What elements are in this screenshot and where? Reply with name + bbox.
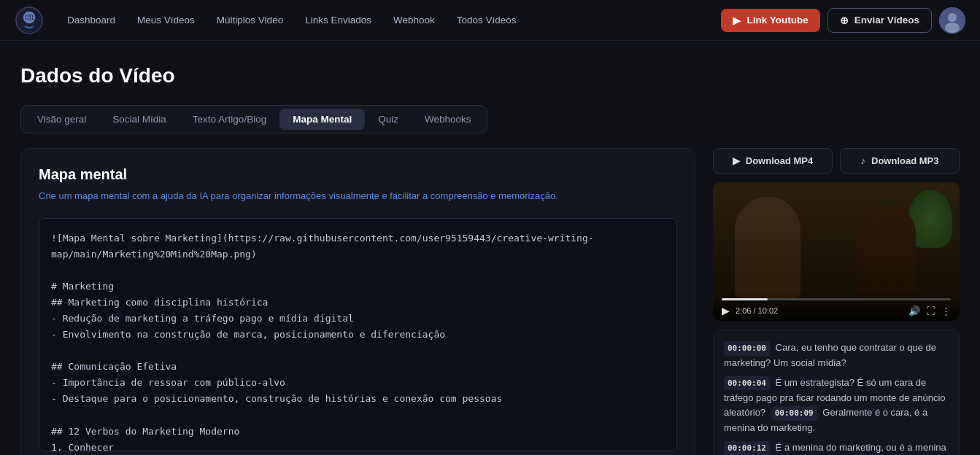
time-total: 10:02 (758, 306, 779, 315)
video-control-icons: 🔊 ⛶ ⋮ (908, 306, 951, 316)
content-area[interactable]: ![Mapa Mental sobre Marketing](https://r… (39, 218, 677, 451)
avatar-image (939, 7, 965, 34)
mp4-icon: ▶ (733, 155, 740, 166)
timestamp-1: 00:00:04 (724, 376, 770, 391)
download-mp3-label: Download MP3 (871, 155, 938, 166)
download-mp3-button[interactable]: ♪ Download MP3 (840, 148, 960, 174)
video-progress-fill (722, 298, 768, 300)
app-logo[interactable] (15, 6, 44, 35)
main-layout: Mapa mental Crie um mapa mental com a aj… (20, 148, 960, 455)
tab-mapa-mental[interactable]: Mapa Mental (279, 109, 365, 130)
nav-meus-videos[interactable]: Meus Vídeos (128, 10, 204, 30)
mp3-icon: ♪ (861, 155, 866, 166)
link-youtube-label: Link Youtube (746, 15, 808, 26)
nav-links-enviados[interactable]: Links Enviados (296, 10, 380, 30)
svg-point-6 (948, 13, 957, 22)
download-mp4-button[interactable]: ▶ Download MP4 (713, 148, 833, 174)
video-controls-row: ▶ 2:06 / 10:02 🔊 ⛶ ⋮ (722, 305, 951, 316)
panel-subtitle: Crie um mapa mental com a ajuda da IA pa… (39, 189, 677, 203)
transcript-entry-3: 00:00:12 É a menina do marketing, ou é a… (724, 440, 949, 455)
link-youtube-button[interactable]: ▶ Link Youtube (721, 9, 819, 32)
page-title: Dados do Vídeo (20, 64, 960, 88)
enviar-videos-label: Enviar Vídeos (854, 15, 919, 26)
main-nav: Dashboard Meus Vídeos Múltiplos Video Li… (0, 0, 980, 41)
nav-dashboard[interactable]: Dashboard (58, 10, 124, 30)
nav-actions: ▶ Link Youtube ⊕ Enviar Vídeos (721, 7, 965, 34)
timestamp-3: 00:00:12 (724, 441, 770, 455)
fullscreen-icon[interactable]: ⛶ (926, 306, 935, 316)
mind-map-content: ![Mapa Mental sobre Marketing](https://r… (39, 219, 676, 451)
transcript-panel[interactable]: 00:00:00 Cara, eu tenho que contratar o … (713, 330, 960, 455)
tab-social-midia[interactable]: Social Mídia (99, 109, 180, 130)
tab-quiz[interactable]: Quiz (365, 109, 412, 130)
nav-links: Dashboard Meus Vídeos Múltiplos Video Li… (58, 10, 721, 30)
left-panel: Mapa mental Crie um mapa mental com a aj… (20, 148, 695, 455)
right-panel: ▶ Download MP4 ♪ Download MP3 (713, 148, 960, 455)
enviar-videos-button[interactable]: ⊕ Enviar Vídeos (827, 8, 932, 33)
panel-title: Mapa mental (39, 166, 677, 183)
download-mp4-label: Download MP4 (746, 155, 813, 166)
tab-webhooks[interactable]: Webhooks (412, 109, 485, 130)
svg-point-7 (945, 23, 960, 33)
download-buttons: ▶ Download MP4 ♪ Download MP3 (713, 148, 960, 174)
more-icon[interactable]: ⋮ (941, 306, 951, 316)
nav-multiplos-video[interactable]: Múltiplos Video (208, 10, 292, 30)
nav-webhook[interactable]: Webhook (385, 10, 444, 30)
tab-texto-artigo[interactable]: Texto Artigo/Blog (180, 109, 279, 130)
tab-visao-geral[interactable]: Visão geral (24, 109, 99, 130)
video-controls: ▶ 2:06 / 10:02 🔊 ⛶ ⋮ (713, 292, 960, 321)
tabs-row: Visão geral Social Mídia Texto Artigo/Bl… (20, 105, 487, 133)
youtube-icon: ▶ (733, 15, 741, 26)
page-content: Dados do Vídeo Visão geral Social Mídia … (0, 41, 980, 455)
play-button[interactable]: ▶ (722, 305, 730, 316)
plus-icon: ⊕ (840, 15, 849, 26)
user-avatar[interactable] (939, 7, 965, 34)
time-current: 2:06 (736, 306, 751, 315)
timestamp-0: 00:00:00 (724, 341, 770, 356)
transcript-entry-1: 00:00:04 É um estrategista? É só um cara… (724, 376, 949, 436)
timestamp-2: 00:00:09 (771, 406, 817, 421)
video-time: 2:06 / 10:02 (736, 306, 903, 315)
transcript-entry-0: 00:00:00 Cara, eu tenho que contratar o … (724, 341, 949, 371)
video-player[interactable]: ▶ 2:06 / 10:02 🔊 ⛶ ⋮ (713, 182, 960, 321)
nav-todos-videos[interactable]: Todos Vídeos (448, 10, 525, 30)
volume-icon[interactable]: 🔊 (908, 306, 920, 316)
video-progress-bar[interactable] (722, 298, 951, 300)
